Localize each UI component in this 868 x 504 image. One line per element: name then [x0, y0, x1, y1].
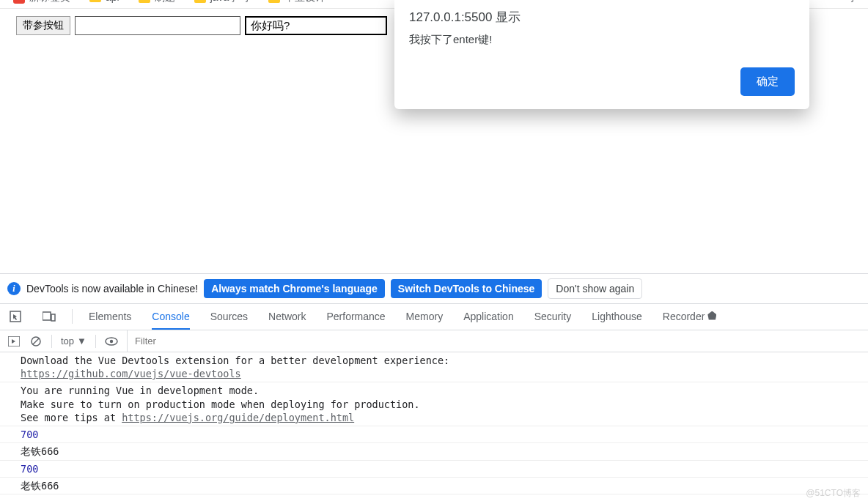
log-link[interactable]: https://github.com/vuejs/vue-devtools	[21, 368, 241, 379]
console-toolbar: top ▼	[0, 330, 868, 352]
tab-network[interactable]: Network	[268, 303, 306, 330]
tab-memory[interactable]: Memory	[406, 303, 444, 330]
tab-lighthouse[interactable]: Lighthouse	[592, 303, 642, 330]
folder-icon	[89, 0, 101, 2]
text-input-1[interactable]	[75, 16, 240, 35]
flask-icon	[707, 311, 716, 320]
devtools-tabs: Elements Console Sources Network Perform…	[0, 303, 868, 330]
folder-icon	[194, 0, 206, 3]
inspect-icon[interactable]	[9, 310, 22, 323]
bookmark-item[interactable]: 刷题	[139, 0, 175, 4]
toggle-drawer-icon[interactable]	[7, 335, 21, 348]
tab-sources[interactable]: Sources	[210, 303, 248, 330]
log-entry: 700	[0, 461, 868, 478]
chevron-down-icon: ▼	[77, 336, 87, 346]
tab-security[interactable]: Security	[534, 303, 572, 330]
tab-elements[interactable]: Elements	[89, 303, 131, 330]
tab-performance[interactable]: Performance	[326, 303, 385, 330]
tab-console[interactable]: Console	[152, 303, 189, 330]
bookmark-item[interactable]: 习	[845, 0, 855, 4]
folder-icon	[139, 0, 150, 3]
svg-rect-1	[43, 312, 51, 320]
folder-icon	[268, 0, 280, 3]
text-input-2[interactable]	[245, 16, 387, 35]
bookmark-item[interactable]: api	[89, 0, 119, 3]
log-entry: 老铁666	[0, 478, 868, 494]
alert-ok-button[interactable]: 确定	[740, 67, 795, 96]
info-icon: i	[7, 282, 21, 295]
alert-title: 127.0.0.1:5500 显示	[409, 9, 795, 26]
log-entry: 老铁666	[0, 443, 868, 460]
svg-point-7	[110, 339, 113, 342]
always-match-button[interactable]: Always match Chrome's language	[204, 279, 385, 298]
live-expression-icon[interactable]	[105, 335, 118, 348]
svg-rect-2	[51, 314, 55, 321]
banner-text: DevTools is now available in Chinese!	[26, 283, 198, 294]
separator	[95, 335, 96, 348]
filter-input[interactable]	[127, 330, 861, 352]
log-entry: 700	[0, 426, 868, 443]
tab-application[interactable]: Application	[463, 303, 514, 330]
watermark: @51CTO博客	[806, 487, 861, 500]
devtools-language-banner: i DevTools is now available in Chinese! …	[0, 273, 868, 304]
switch-devtools-button[interactable]: Switch DevTools to Chinese	[391, 279, 542, 298]
svg-line-5	[33, 338, 39, 344]
log-link[interactable]: https://vuejs.org/guide/deployment.html	[122, 412, 354, 423]
tab-icon	[13, 0, 25, 4]
log-entry: Download the Vue Devtools extension for …	[0, 352, 868, 382]
bookmark-item[interactable]: java学习	[194, 0, 250, 4]
device-toggle-icon[interactable]	[43, 310, 56, 323]
param-button[interactable]: 带参按钮	[16, 16, 70, 35]
dont-show-again-button[interactable]: Don't show again	[548, 278, 642, 299]
bookmark-item[interactable]: 新标签页	[13, 0, 70, 4]
alert-message: 我按下了enter键!	[409, 33, 795, 47]
console-log: Download the Vue Devtools extension for …	[0, 352, 868, 504]
bookmark-item[interactable]: 毕业设计	[268, 0, 326, 4]
alert-dialog: 127.0.0.1:5500 显示 我按下了enter键! 确定	[394, 0, 809, 109]
context-selector[interactable]: top ▼	[61, 336, 87, 346]
separator	[72, 309, 73, 324]
clear-console-icon[interactable]	[29, 335, 43, 348]
separator	[51, 335, 52, 348]
log-entry: You are running Vue in development mode.…	[0, 382, 868, 426]
tab-recorder[interactable]: Recorder	[663, 303, 717, 330]
